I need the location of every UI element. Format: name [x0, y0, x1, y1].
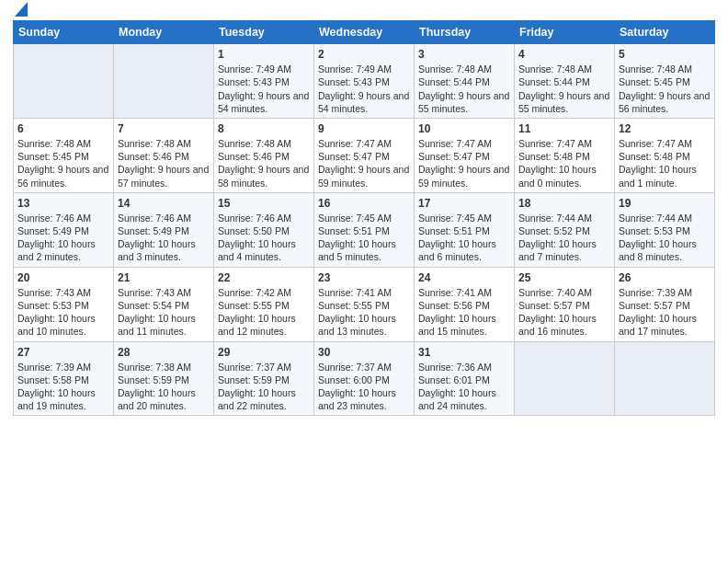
sunset-text: Sunset: 5:49 PM [118, 225, 189, 236]
sunrise-text: Sunrise: 7:39 AM [17, 362, 91, 373]
sunrise-text: Sunrise: 7:48 AM [17, 138, 91, 149]
day-header-sunday: Sunday [14, 21, 114, 44]
calendar-cell: 3Sunrise: 7:48 AMSunset: 5:44 PMDaylight… [415, 44, 515, 119]
calendar-cell [14, 44, 114, 119]
daylight-text: Daylight: 10 hours and 6 minutes. [418, 238, 496, 262]
sunrise-text: Sunrise: 7:39 AM [619, 287, 692, 298]
calendar-cell: 28Sunrise: 7:38 AMSunset: 5:59 PMDayligh… [114, 341, 214, 416]
day-number: 11 [518, 121, 610, 136]
sunrise-text: Sunrise: 7:47 AM [518, 138, 592, 149]
daylight-text: Daylight: 9 hours and 58 minutes. [218, 164, 309, 188]
sunrise-text: Sunrise: 7:46 AM [118, 213, 191, 224]
daylight-text: Daylight: 9 hours and 54 minutes. [218, 90, 309, 114]
calendar-cell: 20Sunrise: 7:43 AMSunset: 5:53 PMDayligh… [14, 267, 114, 341]
daylight-text: Daylight: 10 hours and 22 minutes. [218, 387, 296, 411]
day-number: 14 [118, 196, 210, 211]
calendar-cell [615, 341, 715, 416]
daylight-text: Daylight: 10 hours and 12 minutes. [218, 313, 296, 337]
sunrise-text: Sunrise: 7:37 AM [218, 362, 291, 373]
calendar-cell: 31Sunrise: 7:36 AMSunset: 6:01 PMDayligh… [415, 341, 515, 416]
calendar-cell: 8Sunrise: 7:48 AMSunset: 5:46 PMDaylight… [214, 118, 314, 192]
sunset-text: Sunset: 5:46 PM [218, 151, 290, 162]
daylight-text: Daylight: 9 hours and 56 minutes. [619, 90, 710, 114]
calendar-cell: 12Sunrise: 7:47 AMSunset: 5:48 PMDayligh… [615, 118, 715, 192]
day-number: 16 [318, 196, 410, 211]
page-container: SundayMondayTuesdayWednesdayThursdayFrid… [0, 0, 728, 421]
calendar-cell: 29Sunrise: 7:37 AMSunset: 5:59 PMDayligh… [214, 341, 314, 416]
sunrise-text: Sunrise: 7:41 AM [318, 287, 392, 298]
day-number: 18 [518, 196, 610, 211]
day-number: 21 [118, 270, 210, 285]
calendar-week-row: 13Sunrise: 7:46 AMSunset: 5:49 PMDayligh… [14, 192, 715, 267]
calendar-cell: 30Sunrise: 7:37 AMSunset: 6:00 PMDayligh… [314, 341, 415, 416]
daylight-text: Daylight: 9 hours and 57 minutes. [118, 164, 209, 188]
sunset-text: Sunset: 5:52 PM [518, 225, 590, 236]
daylight-text: Daylight: 9 hours and 55 minutes. [418, 90, 509, 114]
day-number: 2 [318, 47, 410, 62]
daylight-text: Daylight: 10 hours and 20 minutes. [118, 387, 196, 411]
calendar-cell: 15Sunrise: 7:46 AMSunset: 5:50 PMDayligh… [214, 192, 314, 267]
day-number: 6 [17, 121, 109, 136]
sunrise-text: Sunrise: 7:41 AM [418, 287, 492, 298]
day-header-saturday: Saturday [615, 21, 715, 44]
sunset-text: Sunset: 5:58 PM [17, 374, 89, 385]
day-number: 25 [518, 270, 610, 285]
sunrise-text: Sunrise: 7:44 AM [518, 213, 592, 224]
calendar-cell: 21Sunrise: 7:43 AMSunset: 5:54 PMDayligh… [114, 267, 214, 341]
sunset-text: Sunset: 5:50 PM [218, 225, 290, 236]
daylight-text: Daylight: 10 hours and 1 minute. [619, 164, 697, 188]
calendar-cell: 14Sunrise: 7:46 AMSunset: 5:49 PMDayligh… [114, 192, 214, 267]
calendar-cell: 7Sunrise: 7:48 AMSunset: 5:46 PMDaylight… [114, 118, 214, 192]
calendar-cell: 11Sunrise: 7:47 AMSunset: 5:48 PMDayligh… [515, 118, 615, 192]
sunrise-text: Sunrise: 7:42 AM [218, 287, 291, 298]
sunrise-text: Sunrise: 7:49 AM [218, 63, 291, 75]
calendar-week-row: 6Sunrise: 7:48 AMSunset: 5:45 PMDaylight… [14, 118, 715, 192]
daylight-text: Daylight: 10 hours and 2 minutes. [17, 238, 96, 262]
sunset-text: Sunset: 6:00 PM [318, 374, 390, 385]
calendar-week-row: 27Sunrise: 7:39 AMSunset: 5:58 PMDayligh… [14, 341, 715, 416]
sunrise-text: Sunrise: 7:43 AM [17, 287, 91, 298]
calendar-cell: 19Sunrise: 7:44 AMSunset: 5:53 PMDayligh… [615, 192, 715, 267]
day-number: 31 [418, 345, 510, 360]
sunset-text: Sunset: 5:48 PM [619, 151, 690, 162]
daylight-text: Daylight: 10 hours and 19 minutes. [17, 387, 96, 411]
logo-triangle-icon [15, 2, 28, 17]
daylight-text: Daylight: 9 hours and 59 minutes. [418, 164, 509, 188]
day-number: 9 [318, 121, 410, 136]
calendar-cell [114, 44, 214, 119]
sunrise-text: Sunrise: 7:48 AM [418, 63, 492, 75]
calendar-cell: 4Sunrise: 7:48 AMSunset: 5:44 PMDaylight… [515, 44, 615, 119]
sunset-text: Sunset: 5:59 PM [118, 374, 189, 385]
day-number: 20 [17, 270, 109, 285]
sunset-text: Sunset: 5:55 PM [218, 300, 290, 311]
calendar-week-row: 1Sunrise: 7:49 AMSunset: 5:43 PMDaylight… [14, 44, 715, 119]
sunset-text: Sunset: 5:43 PM [218, 76, 290, 87]
sunrise-text: Sunrise: 7:48 AM [619, 63, 692, 75]
day-number: 28 [118, 345, 210, 360]
svg-marker-0 [15, 2, 28, 17]
sunset-text: Sunset: 5:45 PM [619, 76, 690, 87]
daylight-text: Daylight: 10 hours and 10 minutes. [17, 313, 96, 337]
sunrise-text: Sunrise: 7:46 AM [17, 213, 91, 224]
sunrise-text: Sunrise: 7:47 AM [619, 138, 692, 149]
calendar-cell: 16Sunrise: 7:45 AMSunset: 5:51 PMDayligh… [314, 192, 415, 267]
sunrise-text: Sunrise: 7:48 AM [518, 63, 592, 75]
sunrise-text: Sunrise: 7:48 AM [218, 138, 291, 149]
calendar-cell: 25Sunrise: 7:40 AMSunset: 5:57 PMDayligh… [515, 267, 615, 341]
day-number: 3 [418, 47, 510, 62]
sunrise-text: Sunrise: 7:48 AM [118, 138, 191, 149]
daylight-text: Daylight: 10 hours and 3 minutes. [118, 238, 196, 262]
daylight-text: Daylight: 9 hours and 55 minutes. [518, 90, 609, 114]
sunset-text: Sunset: 5:49 PM [17, 225, 89, 236]
day-header-thursday: Thursday [415, 21, 515, 44]
day-number: 15 [218, 196, 310, 211]
sunset-text: Sunset: 5:45 PM [17, 151, 89, 162]
day-number: 29 [218, 345, 310, 360]
sunset-text: Sunset: 6:01 PM [418, 374, 490, 385]
calendar-cell: 24Sunrise: 7:41 AMSunset: 5:56 PMDayligh… [415, 267, 515, 341]
day-number: 27 [17, 345, 109, 360]
sunrise-text: Sunrise: 7:46 AM [218, 213, 291, 224]
calendar-cell: 5Sunrise: 7:48 AMSunset: 5:45 PMDaylight… [615, 44, 715, 119]
calendar-cell: 1Sunrise: 7:49 AMSunset: 5:43 PMDaylight… [214, 44, 314, 119]
sunrise-text: Sunrise: 7:36 AM [418, 362, 492, 373]
